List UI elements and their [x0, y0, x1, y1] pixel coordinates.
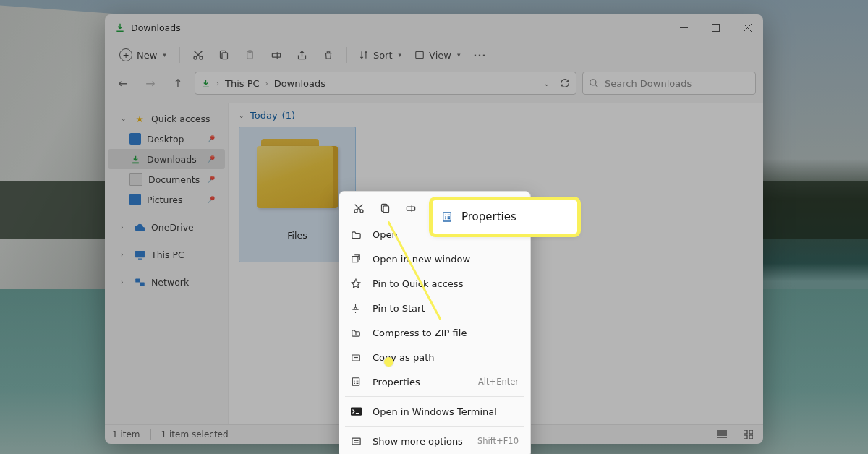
zip-icon [351, 328, 364, 338]
ctx-shortcut: Shift+F10 [477, 436, 519, 446]
svg-rect-24 [352, 438, 360, 445]
terminal-icon [351, 407, 364, 416]
ctx-open-new-window[interactable]: Open in new window [344, 247, 526, 271]
ctx-label: Open in Windows Terminal [373, 406, 497, 417]
ctx-pin-quick-access[interactable]: Pin to Quick access [344, 271, 526, 296]
ctx-label: Copy as path [373, 352, 435, 363]
divider [345, 426, 524, 427]
callout-properties: Properties [433, 200, 577, 234]
path-icon [351, 353, 364, 362]
ctx-show-more[interactable]: Show more options Shift+F10 [344, 429, 526, 453]
svg-rect-23 [351, 407, 362, 415]
ctx-label: Properties [373, 377, 420, 387]
ctx-label: Pin to Start [373, 303, 425, 314]
svg-rect-19 [407, 207, 414, 210]
cut-button[interactable] [351, 200, 367, 216]
properties-icon [441, 211, 453, 223]
divider [345, 396, 524, 397]
ctx-properties[interactable]: Properties Alt+Enter [344, 369, 526, 394]
ctx-label: Compress to ZIP file [373, 327, 467, 338]
more-icon [351, 437, 364, 446]
svg-point-16 [354, 210, 357, 213]
properties-icon [351, 377, 364, 387]
ctx-open-terminal[interactable]: Open in Windows Terminal [344, 399, 526, 424]
open-icon [351, 230, 364, 239]
svg-point-17 [360, 210, 363, 213]
svg-rect-18 [383, 206, 389, 213]
ctx-label: Open in new window [373, 254, 470, 265]
ctx-label: Show more options [373, 436, 463, 447]
callout-anchor [384, 357, 393, 367]
ctx-compress-zip[interactable]: Compress to ZIP file [344, 320, 526, 345]
pin-icon [351, 278, 364, 288]
ctx-copy-path[interactable]: Copy as path [344, 345, 526, 369]
pin-icon [351, 303, 364, 313]
ctx-shortcut: Alt+Enter [478, 377, 519, 387]
rename-button[interactable] [403, 200, 419, 216]
copy-button[interactable] [377, 200, 393, 216]
callout-label: Properties [461, 210, 516, 223]
new-window-icon [351, 254, 364, 264]
